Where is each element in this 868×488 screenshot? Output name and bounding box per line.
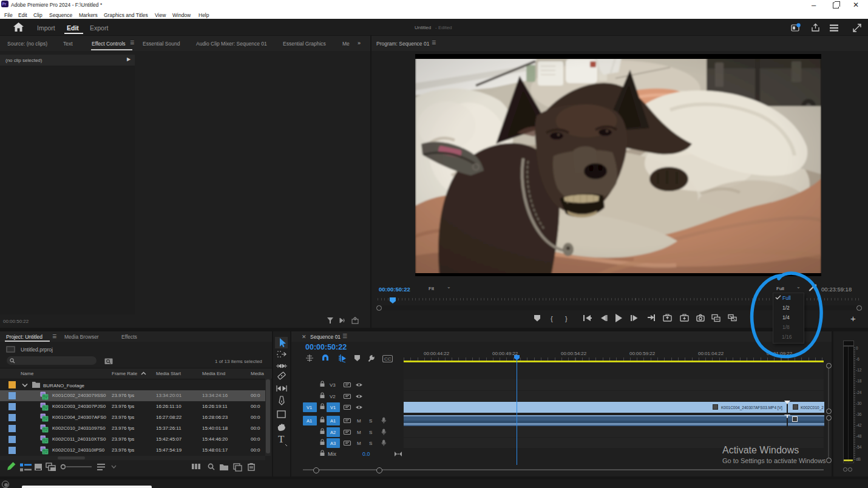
svg-text:V3: V3 — [330, 382, 336, 388]
svg-text:S: S — [369, 441, 372, 446]
svg-text:V1: V1 — [330, 405, 336, 410]
svg-text:A1: A1 — [307, 418, 312, 424]
svg-text:M: M — [357, 441, 361, 446]
svg-text:A1: A1 — [330, 418, 336, 424]
svg-text:Mix: Mix — [328, 451, 336, 457]
svg-text:S: S — [369, 430, 372, 435]
svg-text:V1: V1 — [307, 405, 312, 410]
svg-text:M: M — [357, 418, 361, 424]
svg-text:{: { — [551, 315, 553, 322]
svg-text:}: } — [565, 315, 568, 322]
svg-text:A3: A3 — [330, 441, 336, 446]
svg-text:V2: V2 — [330, 394, 336, 399]
svg-text:M: M — [357, 430, 361, 435]
svg-text:S: S — [369, 418, 372, 424]
svg-text:T: T — [278, 433, 285, 445]
svg-text:0.0: 0.0 — [362, 451, 370, 457]
svg-text:A2: A2 — [330, 430, 336, 435]
